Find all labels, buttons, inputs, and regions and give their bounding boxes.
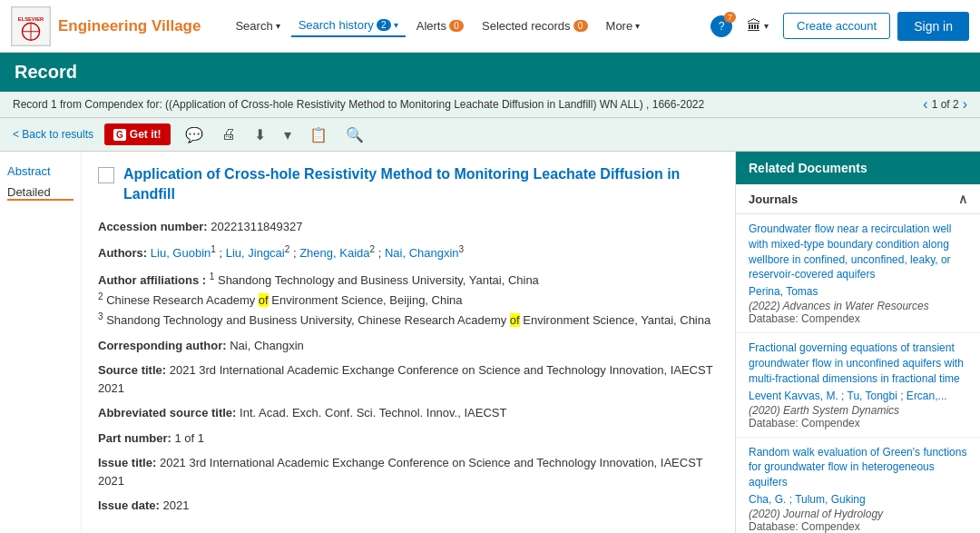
issue-title-value: 2021 3rd International Academic Exchange…: [98, 456, 703, 488]
author-3[interactable]: Zheng, Kaida: [299, 247, 369, 261]
affiliations-row: Author affiliations : 1 Shandong Technol…: [98, 270, 719, 329]
journal-db-3: Database: Compendex: [749, 520, 967, 533]
part-number-label: Part number:: [98, 431, 172, 445]
help-button[interactable]: ? 7: [710, 15, 732, 37]
journals-header: Journals ∧: [736, 184, 980, 214]
journal-item-3: Random walk evaluation of Green's functi…: [736, 438, 980, 533]
article-title-row: Application of Cross-hole Resistivity Me…: [98, 164, 719, 205]
related-docs-header: Related Documents: [736, 152, 980, 184]
issue-title-row: Issue title: 2021 3rd International Acad…: [98, 454, 719, 489]
back-to-results-link[interactable]: < Back to results: [13, 128, 93, 141]
highlight-of-1: of: [259, 293, 269, 307]
journal-meta-2: (2020) Earth System Dynamics: [749, 404, 967, 417]
journal-item-2: Fractional governing equations of transi…: [736, 333, 980, 437]
nav-search[interactable]: Search ▾: [228, 15, 287, 36]
save-icon[interactable]: 📋: [306, 124, 331, 145]
nav-search-history[interactable]: Search history 2 ▾: [291, 15, 406, 37]
journal-item-1: Groundwater flow near a recirculation we…: [736, 214, 980, 333]
abbrev-label: Abbreviated source title:: [98, 406, 236, 419]
author-4[interactable]: Nai, Changxin: [385, 247, 459, 261]
collapse-icon[interactable]: ∧: [958, 192, 967, 206]
page-count: 1 of 2: [932, 98, 959, 111]
app-title: Engineering Village: [58, 17, 201, 35]
journal-link-2[interactable]: Fractional governing equations of transi…: [749, 341, 967, 386]
institution-button[interactable]: 🏛 ▾: [740, 15, 776, 38]
record-bar: Record: [0, 53, 980, 92]
affiliations-label: Author affiliations :: [98, 273, 206, 287]
journal-meta-1: (2022) Advances in Water Resources: [749, 300, 967, 312]
journals-label: Journals: [749, 192, 798, 206]
get-it-button[interactable]: G Get it!: [104, 123, 170, 145]
toolbar-bar: Record 1 from Compendex for: ((Applicati…: [0, 92, 980, 118]
journal-link-1[interactable]: Groundwater flow near a recirculation we…: [749, 222, 967, 282]
sidebar-abstract[interactable]: Abstract: [7, 164, 74, 178]
source-title-value: 2021 3rd International Academic Exchange…: [98, 363, 712, 395]
prev-page-arrow[interactable]: ‹: [923, 96, 927, 113]
logo-area: ELSEVIER Engineering Village: [11, 6, 201, 46]
record-title: Record: [15, 62, 77, 82]
sign-in-button[interactable]: Sign in: [897, 12, 969, 41]
elsevier-logo: ELSEVIER: [11, 6, 51, 46]
accession-label: Accession number:: [98, 220, 208, 233]
nav-more[interactable]: More ▾: [599, 15, 648, 36]
issue-title-label: Issue title:: [98, 456, 156, 469]
next-page-arrow[interactable]: ›: [963, 96, 967, 113]
issue-date-value: 2021: [163, 498, 190, 512]
part-number-value: 1 of 1: [175, 431, 205, 445]
record-info: Record 1 from Compendex for: ((Applicati…: [13, 98, 704, 111]
accession-row: Accession number: 20221311849327: [98, 218, 719, 236]
source-title-row: Source title: 2021 3rd International Aca…: [98, 361, 719, 397]
journal-author-2[interactable]: Levent Kavvas, M. ; Tu, Tongbi ; Ercan,.…: [749, 390, 967, 402]
svg-text:ELSEVIER: ELSEVIER: [18, 16, 44, 22]
nav-alerts[interactable]: Alerts 0: [409, 15, 471, 36]
journal-meta-3: (2020) Journal of Hydrology: [749, 508, 967, 520]
search-history-badge: 2: [377, 19, 391, 31]
main-nav: Search ▾ Search history 2 ▾ Alerts 0 Sel…: [228, 15, 710, 37]
abbrev-row: Abbreviated source title: Int. Acad. Exc…: [98, 404, 719, 422]
download-chevron-icon[interactable]: ▾: [280, 124, 295, 145]
article-content: Application of Cross-hole Resistivity Me…: [82, 152, 735, 533]
chevron-down-icon: ▾: [276, 21, 280, 31]
author-1[interactable]: Liu, Guobin: [151, 247, 211, 261]
corresponding-label: Corresponding author:: [98, 339, 227, 352]
download-icon[interactable]: ⬇: [250, 124, 270, 145]
author-2[interactable]: Liu, Jingcai: [226, 247, 285, 261]
chevron-down-icon: ▾: [635, 21, 640, 31]
authors-row: Authors: Liu, Guobin1 ; Liu, Jingcai2 ; …: [98, 242, 719, 262]
action-bar: < Back to results G Get it! 💬 🖨 ⬇ ▾ 📋 🔍: [0, 118, 980, 152]
journal-db-2: Database: Compendex: [749, 417, 967, 429]
journal-db-1: Database: Compendex: [749, 312, 967, 325]
right-sidebar: Related Documents Journals ∧ Groundwater…: [735, 152, 980, 533]
chevron-down-icon: ▾: [394, 20, 398, 30]
article-checkbox[interactable]: [98, 167, 114, 183]
comment-icon[interactable]: 💬: [181, 124, 207, 145]
part-number-row: Part number: 1 of 1: [98, 429, 719, 448]
create-account-button[interactable]: Create account: [783, 13, 890, 39]
accession-value: 20221311849327: [211, 220, 302, 233]
issue-date-label: Issue date:: [98, 498, 160, 512]
nav-selected-records[interactable]: Selected records 0: [475, 15, 595, 36]
abbrev-value: Int. Acad. Exch. Conf. Sci. Technol. Inn…: [240, 406, 506, 419]
authors-label: Authors:: [98, 247, 147, 261]
chevron-down-icon: ▾: [764, 21, 769, 31]
get-it-icon: G: [113, 129, 126, 141]
source-title-label: Source title:: [98, 363, 166, 377]
journal-link-3[interactable]: Random walk evaluation of Green's functi…: [749, 445, 967, 490]
header: ELSEVIER Engineering Village Search ▾ Se…: [0, 0, 980, 53]
header-right: ? 7 🏛 ▾ Create account Sign in: [710, 12, 969, 41]
main-content: Abstract Detailed Application of Cross-h…: [0, 152, 980, 533]
pagination: ‹ 1 of 2 ›: [923, 96, 967, 113]
highlight-of-2: of: [510, 313, 520, 327]
help-badge: 7: [724, 12, 736, 23]
alerts-badge: 0: [449, 20, 464, 32]
corresponding-value: Nai, Changxin: [230, 339, 304, 352]
sidebar-detailed[interactable]: Detailed: [7, 185, 74, 201]
article-title: Application of Cross-hole Resistivity Me…: [123, 164, 719, 205]
left-sidebar: Abstract Detailed: [0, 152, 82, 533]
journal-author-3[interactable]: Cha, G. ; Tulum, Guking: [749, 493, 967, 506]
search-icon[interactable]: 🔍: [342, 124, 368, 145]
journal-author-1[interactable]: Perina, Tomas: [749, 285, 967, 298]
issue-date-row: Issue date: 2021: [98, 497, 719, 515]
print-icon[interactable]: 🖨: [218, 124, 240, 144]
corresponding-row: Corresponding author: Nai, Changxin: [98, 337, 719, 355]
